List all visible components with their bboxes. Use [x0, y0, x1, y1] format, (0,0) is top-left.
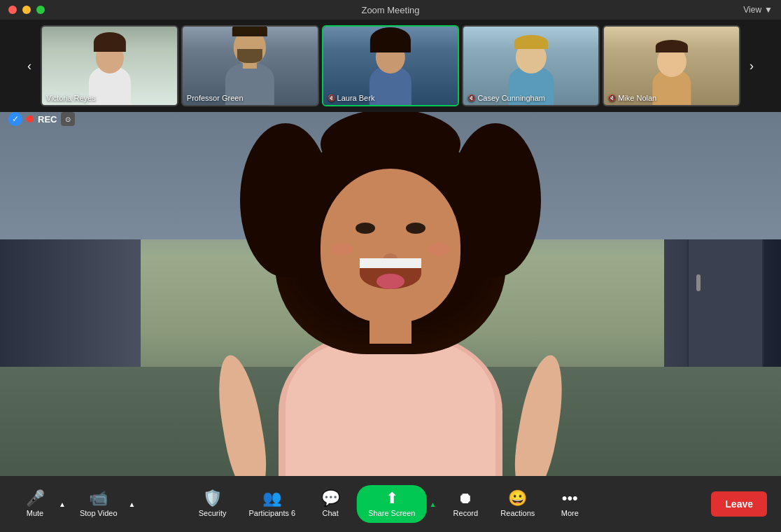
participant-thumb-casey[interactable]: 🔇 Casey Cunningham: [462, 25, 600, 106]
share-screen-button[interactable]: ⬆ Share Screen: [357, 485, 426, 523]
recording-dot-icon: [27, 115, 34, 122]
prev-icon: ‹: [27, 59, 31, 74]
titlebar: Zoom Meeting View ▼: [0, 0, 781, 20]
share-screen-chevron-button[interactable]: ▲: [426, 498, 439, 511]
reactions-icon: 😀: [508, 491, 527, 506]
chat-icon: 💬: [321, 491, 340, 506]
participant-thumb-professor[interactable]: Professor Green: [181, 25, 319, 106]
stop-video-button[interactable]: 📹 Stop Video: [71, 485, 126, 523]
more-label: More: [561, 509, 579, 517]
mute-chevron-button[interactable]: ▲: [56, 498, 69, 511]
record-label: Record: [453, 509, 478, 517]
toolbar-left: 🎤 Mute ▲ 📹 Stop Video ▲: [14, 485, 138, 523]
participants-button[interactable]: 👥 Participants 6: [240, 485, 304, 523]
share-screen-label: Share Screen: [368, 509, 415, 517]
participant-name-mike: 🔇 Mike Nolan: [608, 94, 656, 102]
main-video-area: [0, 112, 781, 476]
mute-button[interactable]: 🎤 Mute: [14, 485, 56, 523]
view-label: View: [743, 5, 761, 15]
share-screen-icon: ⬆: [386, 491, 398, 506]
mute-label: Mute: [27, 509, 43, 517]
participant-thumb-victoria[interactable]: Victoria Reyes: [41, 25, 178, 106]
room-background: [0, 112, 781, 476]
security-label: Security: [199, 509, 227, 517]
toolbar: 🎤 Mute ▲ 📹 Stop Video ▲ 🛡️ Security 👥 Pa…: [0, 476, 781, 532]
video-icon: 📹: [89, 491, 108, 506]
recording-label: REC: [38, 114, 57, 125]
camera-recording-icon: ⊙: [61, 112, 75, 126]
record-button[interactable]: ⏺ Record: [444, 485, 486, 523]
participants-icon: 👥: [262, 491, 281, 506]
leave-button[interactable]: Leave: [711, 491, 767, 517]
prev-nav-button[interactable]: ‹: [21, 20, 38, 112]
participant-name-victoria: Victoria Reyes: [46, 94, 96, 102]
toolbar-center: 🛡️ Security 👥 Participants 6 💬 Chat ⬆ Sh…: [190, 485, 591, 523]
view-chevron-icon: ▼: [764, 5, 773, 15]
stop-video-label: Stop Video: [80, 509, 118, 517]
participant-name-professor: Professor Green: [187, 94, 244, 102]
mute-group: 🎤 Mute ▲: [14, 485, 69, 523]
microphone-icon: 🎤: [26, 491, 45, 506]
record-icon: ⏺: [458, 491, 473, 506]
security-button[interactable]: 🛡️ Security: [190, 485, 235, 523]
next-nav-button[interactable]: ›: [743, 20, 760, 112]
participant-name-casey: 🔇 Casey Cunningham: [467, 94, 545, 102]
toolbar-right: Leave: [711, 491, 767, 517]
video-group: 📹 Stop Video ▲: [71, 485, 139, 523]
security-icon: 🛡️: [203, 491, 222, 506]
view-menu[interactable]: View ▼: [743, 5, 773, 15]
maximize-button[interactable]: [36, 6, 45, 14]
participants-label: Participants 6: [248, 509, 295, 517]
chat-label: Chat: [323, 509, 339, 517]
chat-button[interactable]: 💬 Chat: [309, 485, 351, 523]
close-button[interactable]: [8, 6, 17, 14]
participant-name-laura: 🔇 Laura Berk: [328, 94, 375, 102]
more-button[interactable]: ••• More: [549, 485, 591, 523]
next-icon: ›: [750, 59, 754, 74]
participant-thumb-mike[interactable]: 🔇 Mike Nolan: [603, 25, 740, 106]
minimize-button[interactable]: [22, 6, 31, 14]
window-controls: [8, 6, 45, 14]
participants-list: Victoria Reyes Profe: [41, 20, 740, 112]
recording-bar: ✓ REC ⊙: [8, 112, 75, 126]
check-icon: ✓: [8, 112, 22, 126]
reactions-label: Reactions: [500, 509, 535, 517]
reactions-button[interactable]: 😀 Reactions: [492, 485, 543, 523]
participant-strip: ‹ Victoria Reyes: [0, 20, 781, 112]
window-title: Zoom Meeting: [361, 5, 419, 15]
share-screen-group: ⬆ Share Screen ▲: [357, 485, 439, 523]
participant-thumb-laura[interactable]: 🔇 Laura Berk: [322, 25, 460, 106]
video-chevron-button[interactable]: ▲: [126, 498, 139, 511]
more-icon: •••: [562, 491, 578, 506]
